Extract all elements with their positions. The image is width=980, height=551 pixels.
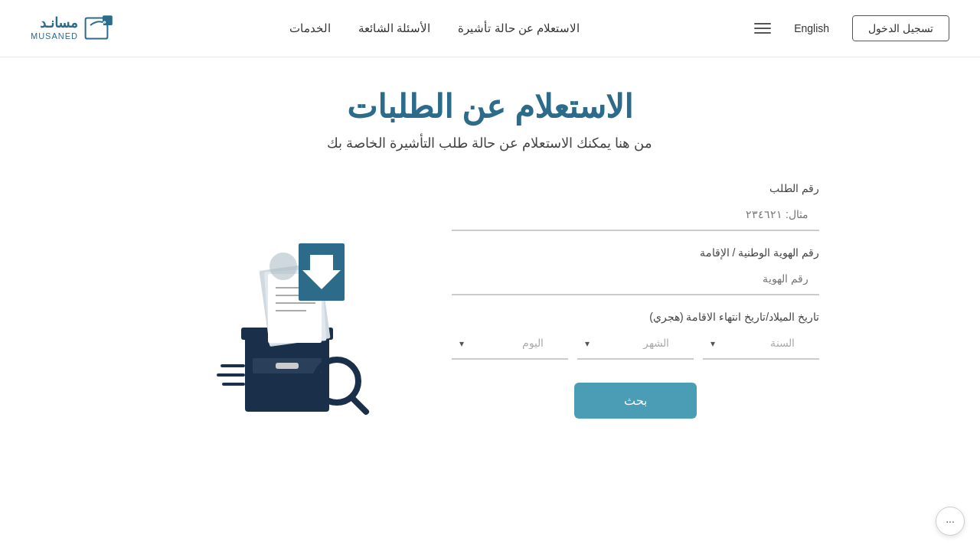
date-label: تاريخ الميلاد/تاريخ انتهاء الاقامة (هجري…	[452, 311, 819, 323]
hamburger-line-1	[754, 23, 771, 24]
date-row: السنة144014411442144314441445 ▾ الشهر123…	[452, 328, 819, 360]
id-number-input[interactable]	[452, 263, 819, 295]
request-number-label: رقم الطلب	[452, 182, 819, 194]
nav-item-services[interactable]: الخدمات	[289, 21, 331, 35]
main-nav: الاستعلام عن حالة تأشيرة الأسئلة الشائعة…	[289, 21, 580, 35]
hamburger-line-3	[754, 32, 771, 34]
svg-text:م: م	[102, 18, 106, 26]
page-title: الاستعلام عن الطلبات	[46, 88, 934, 126]
content-area: رقم الطلب رقم الهوية الوطنية / الإقامة ت…	[69, 182, 911, 427]
day-wrapper: اليوم12345678910111213141516171819202122…	[452, 328, 568, 360]
id-number-group: رقم الهوية الوطنية / الإقامة	[452, 246, 819, 295]
filing-illustration	[176, 197, 390, 427]
site-header: تسجيل الدخول English الاستعلام عن حالة ت…	[0, 0, 980, 57]
logo-arabic-text: مسانـد	[31, 16, 78, 31]
logo-icon: م	[84, 13, 115, 44]
login-button[interactable]: تسجيل الدخول	[852, 15, 949, 41]
month-select[interactable]: الشهر123456789101112	[577, 328, 694, 360]
main-content: الاستعلام عن الطلبات من هنا يمكنك الاستع…	[0, 57, 980, 458]
illustration-section	[161, 182, 406, 427]
day-select[interactable]: اليوم12345678910111213141516171819202122…	[452, 328, 568, 360]
search-button[interactable]: بحث	[574, 383, 697, 419]
language-switch-button[interactable]: English	[794, 22, 829, 34]
chat-dots-icon: ···	[946, 515, 955, 527]
svg-rect-5	[276, 363, 299, 369]
date-group: تاريخ الميلاد/تاريخ انتهاء الاقامة (هجري…	[452, 311, 819, 360]
hamburger-menu-button[interactable]	[754, 23, 771, 34]
nav-item-visa-status[interactable]: الاستعلام عن حالة تأشيرة	[458, 21, 580, 35]
year-select[interactable]: السنة144014411442144314441445	[703, 328, 819, 360]
hamburger-line-2	[754, 28, 771, 29]
header-logo-area: م مسانـد MUSANED	[31, 13, 115, 44]
request-number-input[interactable]	[452, 199, 819, 231]
request-number-group: رقم الطلب	[452, 182, 819, 231]
logo: م مسانـد MUSANED	[31, 13, 115, 44]
inquiry-form: رقم الطلب رقم الهوية الوطنية / الإقامة ت…	[452, 182, 819, 419]
month-wrapper: الشهر123456789101112 ▾	[577, 328, 694, 360]
header-right-section: تسجيل الدخول English	[754, 15, 949, 41]
page-title-section: الاستعلام عن الطلبات من هنا يمكنك الاستع…	[46, 88, 934, 152]
chat-bubble-button[interactable]: ···	[936, 507, 965, 536]
nav-item-faq[interactable]: الأسئلة الشائعة	[358, 21, 430, 35]
page-subtitle: من هنا يمكنك الاستعلام عن حالة طلب التأش…	[46, 135, 934, 152]
logo-text-area: مسانـد MUSANED	[31, 16, 78, 41]
logo-latin-text: MUSANED	[31, 31, 78, 41]
svg-line-18	[352, 398, 366, 412]
year-wrapper: السنة144014411442144314441445 ▾	[703, 328, 819, 360]
svg-point-16	[270, 253, 297, 280]
id-number-label: رقم الهوية الوطنية / الإقامة	[452, 246, 819, 259]
